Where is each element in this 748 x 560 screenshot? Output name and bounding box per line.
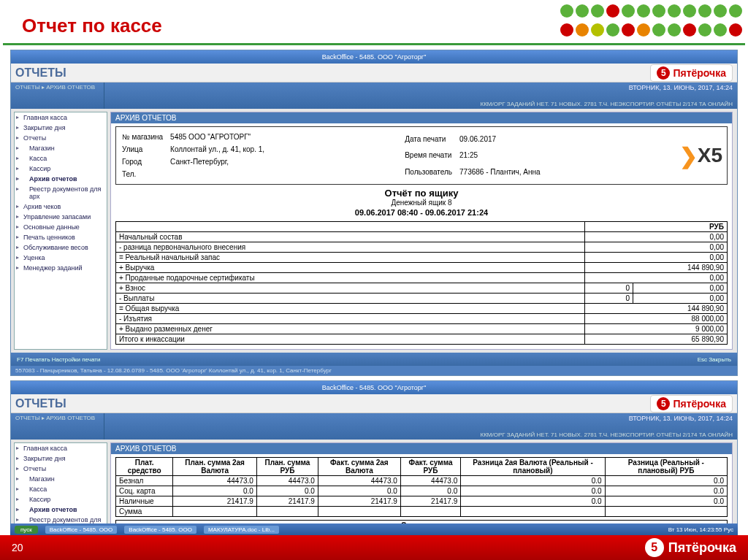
store-info: № магазина5485 ООО "АГРОТОРГ"УлицаКоллон… [115,126,728,185]
date-line: ВТОРНИК, 13. ИЮНЬ, 2017, 14:24 [109,415,733,422]
sidebar-item[interactable]: Управление запасами [15,212,107,222]
footer-left[interactable]: F7 Печатать Настройки печати [17,356,100,363]
sidebar-item[interactable]: Архив отчетов [15,505,107,515]
breadcrumb: ОТЧЕТЫ ▸ АРХИВ ОТЧЕТОВ [11,83,104,109]
status-sub: ККМ/ОРГ ЗАДАНИЙ НЕТ. 71 НОВЫХ. 2781 Т.Ч.… [109,431,733,438]
report-table: РУБНачальный состав0,00- разница первона… [115,221,728,345]
report-subtitle: Денежный ящик 8 [115,199,728,207]
page-number: 20 [12,542,23,553]
footer-right[interactable]: Esc Закрыть [698,356,731,363]
sidebar-item[interactable]: Отчеты [15,464,107,474]
ribbon: ОТЧЕТЫ ▸ АРХИВ ОТЧЕТОВ ВТОРНИК, 13. ИЮНЬ… [11,413,737,440]
topbar: ОТЧЕТЫ 5 Пятёрочка [11,64,737,83]
status-sub: ККМ/ОРГ ЗАДАНИЙ НЕТ. 71 НОВЫХ. 2781 Т.Ч.… [109,101,733,107]
sidebar-item[interactable]: Основные данные [15,222,107,232]
panel-title: АРХИВ ОТЧЕТОВ [111,443,732,454]
sidebar-item[interactable]: Главная касса [15,443,107,453]
sidebar: Главная кассаЗакрытие дняОтчетыМагазинКа… [14,112,107,350]
app-window-1: BackOffice - 5485. ООО "Агроторг" ОТЧЕТЫ… [10,50,738,376]
footer-bar: F7 Печатать Настройки печати Esc Закрыть [11,353,737,366]
window-titlebar: BackOffice - 5485. ООО "Агроторг" [11,381,737,394]
sidebar-item[interactable]: Касса [15,153,107,164]
task-item[interactable]: BackOffice - 5485. ООО [45,526,118,534]
sidebar-item[interactable]: Закрытие дня [15,123,107,133]
slide-footer: 20 5 Пятёрочка [0,535,748,560]
divider [3,43,745,45]
panel-title: АРХИВ ОТЧЕТОВ [111,112,732,123]
sidebar-item[interactable]: Обслуживание весов [15,242,107,253]
topbar: ОТЧЕТЫ 5 Пятёрочка [11,394,737,413]
sidebar-item[interactable]: Уценка [15,253,107,263]
breadcrumb: ОТЧЕТЫ ▸ АРХИВ ОТЧЕТОВ [11,413,104,440]
app-title: ОТЧЕТЫ [15,397,66,410]
sidebar-item[interactable]: Кассир [15,164,107,174]
sidebar-item[interactable]: Кассир [15,494,107,505]
sidebar-item[interactable]: Печать ценников [15,232,107,242]
sidebar-item[interactable]: Реестр документов для арх [15,184,107,202]
sidebar-item[interactable]: Менеджер заданий [15,263,107,273]
sidebar-item[interactable]: Закрытие дня [15,453,107,464]
status-bar: 557083 - Панцырников, Татьяна - 12.08.26… [11,366,737,375]
brand-logo: 5 Пятёрочка [650,64,733,82]
brand-text: Пятёрочка [668,540,736,556]
taskbar: пуск BackOffice - 5485. ООО BackOffice -… [10,523,738,535]
clock: Вт 13 Июн, 14:23:55 Рус [668,526,733,533]
app-title: ОТЧЕТЫ [15,66,66,80]
brand-text: Пятёрочка [673,398,726,410]
task-item[interactable]: МАКУЛАТУРА.doc - Lib... [204,526,279,534]
brand-text: Пятёрочка [673,67,726,79]
content-panel: АРХИВ ОТЧЕТОВ № магазина5485 ООО "АГРОТО… [110,112,733,350]
payment-table: Плат. средствоПлан. сумма 2ая ВалютаПлан… [115,457,728,517]
task-item[interactable]: BackOffice - 5485. ООО [124,526,196,534]
ribbon: ОТЧЕТЫ ▸ АРХИВ ОТЧЕТОВ ВТОРНИК, 13. ИЮНЬ… [11,83,737,109]
x5-logo: ❯X5 [679,130,722,181]
footer-logo: 5 Пятёрочка [645,538,736,557]
sidebar-item[interactable]: Архив чеков [15,202,107,212]
sidebar-item[interactable]: Главная касса [15,112,107,123]
report-period: 09.06.2017 08:40 - 09.06.2017 21:24 [115,208,728,217]
sidebar-item[interactable]: Архив отчетов [15,174,107,184]
date-line: ВТОРНИК, 13. ИЮНЬ, 2017, 14:24 [109,84,733,91]
window-titlebar: BackOffice - 5485. ООО "Агроторг" [11,50,737,64]
sidebar-item[interactable]: Касса [15,484,107,494]
five-icon: 5 [657,66,670,80]
start-button[interactable]: пуск [15,526,38,534]
brand-logo: 5 Пятёрочка [650,395,733,413]
decoration-dots [552,4,742,39]
sidebar-item[interactable]: Отчеты [15,133,107,143]
five-icon: 5 [657,397,670,410]
sidebar-item[interactable]: Магазин [15,143,107,153]
five-icon: 5 [645,538,664,557]
report-title: Отчёт по ящику [115,188,728,199]
sidebar-item[interactable]: Магазин [15,474,107,484]
